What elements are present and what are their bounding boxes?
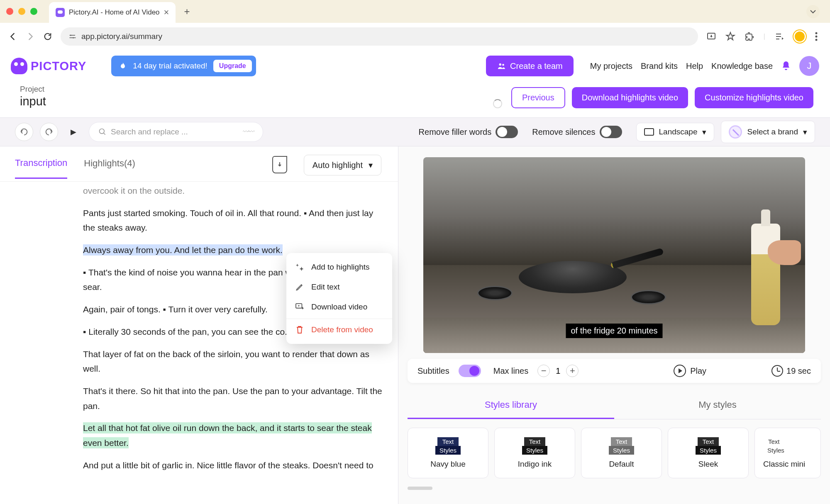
svg-point-5 — [815, 39, 818, 41]
extensions-icon[interactable] — [745, 32, 754, 41]
back-button[interactable] — [8, 32, 17, 41]
transcript-line-highlighted[interactable]: Let all that hot fat olive oil run down … — [83, 421, 382, 450]
chevron-down-icon: ▾ — [803, 127, 807, 137]
browser-tab[interactable]: Pictory.AI - Home of AI Video × — [49, 2, 176, 23]
tab-title: Pictory.AI - Home of AI Video — [69, 8, 160, 17]
orientation-dropdown[interactable]: Landscape ▾ — [636, 123, 715, 141]
transcript-line[interactable]: That layer of fat on the back of the sir… — [83, 347, 382, 376]
bookmark-icon[interactable] — [725, 32, 735, 41]
brand-chip-icon — [729, 125, 742, 139]
svg-point-6 — [499, 63, 501, 66]
style-card-classic[interactable]: TextStyles Classic mini — [754, 428, 821, 478]
auto-highlight-dropdown[interactable]: Auto highlight ▾ — [304, 155, 381, 175]
customize-highlights-button[interactable]: Customize highlights video — [695, 87, 813, 108]
search-input[interactable] — [111, 127, 239, 136]
play-button[interactable]: Play — [674, 365, 706, 377]
menu-edit-text[interactable]: Edit text — [286, 277, 392, 297]
nav-my-projects[interactable]: My projects — [590, 61, 632, 71]
window-zoom-dot[interactable] — [30, 8, 37, 15]
window-close-dot[interactable] — [6, 8, 13, 15]
tab-overflow-button[interactable] — [806, 5, 820, 18]
tab-my-styles[interactable]: My styles — [614, 392, 821, 419]
remove-silences-toggle[interactable] — [600, 126, 622, 138]
nav-help[interactable]: Help — [686, 61, 703, 71]
play-label: Play — [690, 366, 706, 376]
menu-label: Delete from video — [311, 325, 373, 334]
redo-button[interactable] — [40, 123, 58, 141]
style-swatch: TextStyles — [609, 437, 634, 455]
media-control-icon[interactable] — [774, 32, 784, 41]
style-name: Classic mini — [755, 460, 805, 469]
nav-brand-kits[interactable]: Brand kits — [641, 61, 678, 71]
download-highlights-button[interactable]: Download highlights video — [572, 87, 688, 108]
search-replace-box[interactable]: 〰〰 — [89, 122, 263, 142]
browser-profile-icon[interactable] — [793, 30, 806, 43]
transcript-line[interactable]: And put a little bit of garlic in. Nice … — [83, 458, 382, 473]
play-icon — [674, 365, 686, 377]
style-swatch: TextStyles — [522, 437, 547, 455]
style-name: Default — [609, 460, 634, 469]
menu-delete-from-video[interactable]: Delete from video — [286, 319, 392, 340]
style-card-default[interactable]: TextStyles Default — [581, 428, 662, 478]
url-text: app.pictory.ai/summary — [81, 32, 162, 41]
url-input[interactable]: app.pictory.ai/summary — [61, 27, 698, 46]
expand-caret-icon[interactable]: ▶ — [71, 127, 76, 136]
tab-transcription[interactable]: Transcription — [15, 158, 67, 179]
styles-row[interactable]: TextStyles Navy blue TextStyles Indigo i… — [398, 419, 830, 487]
brand-dropdown[interactable]: Select a brand ▾ — [721, 121, 815, 143]
max-lines-label: Max lines — [493, 366, 528, 376]
subtitles-toggle[interactable] — [459, 365, 481, 377]
menu-add-to-highlights[interactable]: Add to highlights — [286, 257, 392, 277]
user-avatar[interactable]: J — [799, 56, 819, 76]
tab-highlights[interactable]: Highlights(4) — [84, 158, 135, 178]
chevron-down-icon — [810, 10, 816, 14]
duration-display: 19 sec — [771, 365, 811, 377]
previous-button[interactable]: Previous — [511, 87, 565, 108]
install-app-icon[interactable] — [706, 32, 716, 41]
notifications-icon[interactable] — [781, 61, 791, 71]
styles-tabs: Styles library My styles — [408, 392, 821, 419]
new-tab-button[interactable]: + — [184, 6, 190, 17]
transcript-line[interactable]: overcook it on the outside. — [83, 183, 382, 198]
duration-value: 19 sec — [786, 366, 811, 376]
browser-menu-icon[interactable] — [815, 32, 818, 41]
reload-button[interactable] — [43, 32, 52, 41]
remove-silences-label: Remove silences — [532, 127, 595, 137]
download-transcript-icon[interactable] — [272, 156, 287, 173]
loading-spinner-icon — [493, 99, 502, 108]
undo-button[interactable] — [15, 123, 33, 141]
menu-label: Edit text — [311, 282, 340, 292]
decrease-button[interactable]: − — [537, 365, 550, 377]
transcript-line[interactable]: Pants just started smoking. Touch of oil… — [83, 206, 382, 235]
nav-knowledge-base[interactable]: Knowledge base — [711, 61, 773, 71]
upgrade-button[interactable]: Upgrade — [213, 60, 252, 72]
app-logo[interactable]: PICTORY — [11, 58, 86, 74]
svg-point-8 — [100, 129, 105, 134]
menu-download-video[interactable]: Download video — [286, 297, 392, 317]
tab-close-icon[interactable]: × — [164, 7, 169, 18]
style-card-indigo[interactable]: TextStyles Indigo ink — [494, 428, 575, 478]
context-menu: Add to highlights Edit text Download vid… — [286, 253, 392, 344]
style-name: Indigo ink — [518, 460, 552, 469]
video-frame[interactable]: of the fridge 20 minutes — [423, 157, 805, 353]
sparkle-icon — [295, 262, 305, 272]
increase-button[interactable]: + — [566, 365, 579, 377]
trial-text: 14 day trial activated! — [133, 61, 208, 71]
subtitles-label: Subtitles — [417, 366, 449, 376]
window-minimize-dot[interactable] — [18, 8, 25, 15]
right-panel: of the fridge 20 minutes Subtitles Max l… — [398, 146, 830, 504]
horizontal-scrollbar[interactable] — [408, 487, 432, 490]
style-card-sleek[interactable]: TextStyles Sleek — [668, 428, 749, 478]
max-lines-value: 1 — [556, 366, 560, 376]
remove-filler-toggle[interactable] — [496, 126, 518, 138]
svg-rect-9 — [644, 129, 654, 135]
style-card-navy[interactable]: TextStyles Navy blue — [408, 428, 488, 478]
create-team-label: Create a team — [510, 61, 563, 71]
app: PICTORY 14 day trial activated! Upgrade … — [0, 50, 830, 504]
create-team-button[interactable]: Create a team — [486, 56, 574, 76]
transcript-line[interactable]: That's it there. So hit that into the pa… — [83, 384, 382, 413]
svg-point-1 — [73, 37, 74, 38]
forward-button[interactable] — [26, 32, 35, 41]
style-swatch: TextStyles — [435, 437, 461, 455]
tab-styles-library[interactable]: Styles library — [408, 392, 614, 419]
